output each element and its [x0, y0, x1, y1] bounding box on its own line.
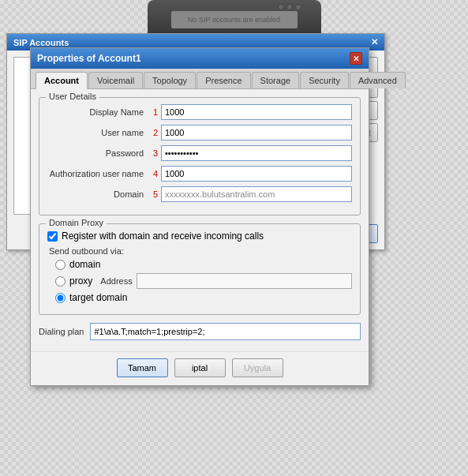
tab-voicemail[interactable]: Voicemail: [88, 72, 143, 88]
dialog-title: Properties of Account1: [37, 53, 141, 64]
radio-proxy[interactable]: [55, 276, 66, 287]
domain-proxy-title: Domain Proxy: [46, 218, 107, 227]
tab-storage[interactable]: Storage: [252, 72, 300, 88]
dialing-plan-row: Dialing plan: [39, 323, 361, 340]
sip-accounts-title: SIP Accounts: [13, 38, 69, 47]
properties-dialog: Properties of Account1 ✕ Account Voicema…: [30, 47, 369, 386]
auth-username-row: Authorization user name 4: [47, 166, 352, 182]
cancel-button[interactable]: iptal: [174, 358, 226, 377]
username-number: 2: [150, 128, 161, 137]
tab-topology[interactable]: Topology: [144, 72, 196, 88]
password-number: 3: [150, 148, 161, 158]
domain-proxy-group: Domain Proxy Register with domain and re…: [39, 223, 361, 315]
username-row: User name 2: [47, 125, 352, 141]
dialing-plan-input[interactable]: [90, 323, 361, 340]
tab-presence[interactable]: Presence: [197, 72, 250, 88]
dialog-close-icon[interactable]: ✕: [350, 52, 362, 65]
radio-domain-row: domain: [55, 259, 352, 270]
domain-input[interactable]: [161, 186, 352, 202]
dialog-footer: Tamam iptal Uygula: [31, 351, 369, 385]
tab-security[interactable]: Security: [300, 72, 349, 88]
ok-button[interactable]: Tamam: [117, 358, 168, 377]
phone-btn-3: [295, 4, 301, 10]
auth-username-label: Authorization user name: [47, 169, 150, 178]
domain-label: Domain: [47, 189, 150, 199]
radio-proxy-row: proxy Address: [55, 273, 352, 289]
phone-screen: No SIP accounts are enabled: [171, 11, 298, 28]
radio-target-domain-label: target domain: [69, 292, 127, 303]
password-row: Password 3: [47, 145, 352, 161]
auth-username-number: 4: [150, 169, 161, 178]
phone-btn-2: [286, 4, 293, 10]
tabs-container: Account Voicemail Topology Presence Stor…: [31, 69, 369, 89]
radio-target-domain[interactable]: [55, 293, 66, 303]
dialing-plan-label: Dialing plan: [39, 327, 84, 336]
send-outbound-label: Send outbound via:: [49, 246, 352, 256]
password-input[interactable]: [161, 145, 352, 161]
register-checkbox-row: Register with domain and receive incomin…: [47, 231, 352, 242]
radio-target-domain-row: target domain: [55, 292, 352, 303]
proxy-address-input[interactable]: [137, 273, 352, 289]
display-name-label: Display Name: [47, 107, 150, 117]
username-label: User name: [47, 128, 150, 137]
dialog-titlebar: Properties of Account1 ✕: [31, 48, 369, 69]
tab-account[interactable]: Account: [36, 72, 88, 89]
tab-advanced[interactable]: Advanced: [350, 72, 406, 88]
radio-proxy-label: proxy: [69, 275, 92, 287]
password-label: Password: [47, 148, 150, 158]
sip-accounts-close-btn[interactable]: ✕: [371, 37, 378, 47]
user-details-title: User Details: [46, 92, 99, 101]
register-checkbox-label[interactable]: Register with domain and receive incomin…: [62, 231, 264, 242]
user-details-group: User Details Display Name 1 User name 2 …: [39, 97, 361, 216]
dialog-body: User Details Display Name 1 User name 2 …: [31, 89, 369, 348]
display-name-row: Display Name 1: [47, 104, 352, 120]
phone-btn-1: [278, 4, 284, 10]
phone-buttons: [278, 4, 301, 10]
apply-button[interactable]: Uygula: [232, 358, 283, 377]
register-checkbox[interactable]: [47, 231, 58, 242]
radio-domain[interactable]: [55, 260, 66, 270]
radio-domain-label: domain: [69, 259, 100, 270]
proxy-address-label: Address: [100, 276, 132, 286]
auth-username-input[interactable]: [161, 166, 352, 182]
username-input[interactable]: [161, 125, 352, 141]
domain-row: Domain 5: [47, 186, 352, 202]
display-name-number: 1: [150, 107, 161, 117]
display-name-input[interactable]: [161, 104, 352, 120]
domain-number: 5: [150, 189, 161, 199]
